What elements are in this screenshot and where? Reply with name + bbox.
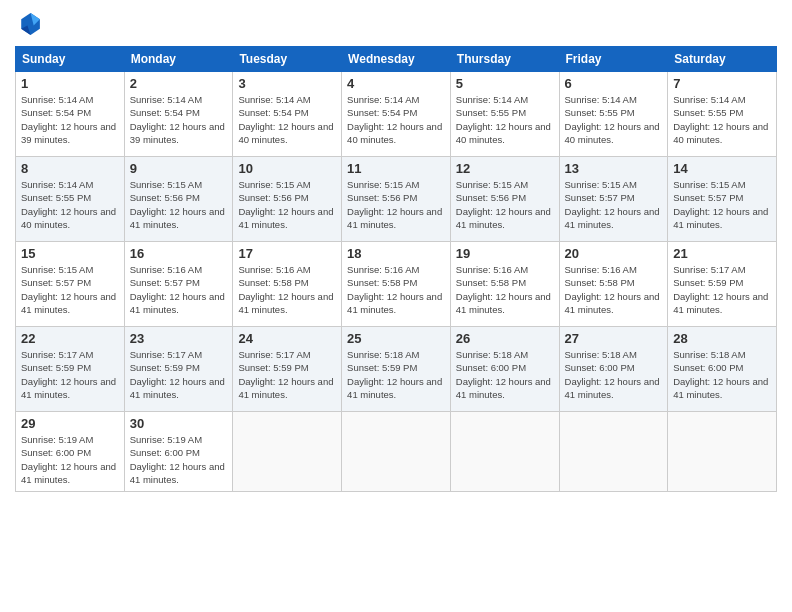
calendar-cell: 26Sunrise: 5:18 AMSunset: 6:00 PMDayligh…	[450, 327, 559, 412]
header	[15, 10, 777, 38]
day-info: Sunrise: 5:14 AMSunset: 5:55 PMDaylight:…	[456, 93, 554, 146]
weekday-header-sunday: Sunday	[16, 47, 125, 72]
day-number: 18	[347, 246, 445, 261]
day-info: Sunrise: 5:17 AMSunset: 5:59 PMDaylight:…	[238, 348, 336, 401]
weekday-header-row: SundayMondayTuesdayWednesdayThursdayFrid…	[16, 47, 777, 72]
weekday-header-saturday: Saturday	[668, 47, 777, 72]
calendar-cell: 19Sunrise: 5:16 AMSunset: 5:58 PMDayligh…	[450, 242, 559, 327]
calendar-cell: 28Sunrise: 5:18 AMSunset: 6:00 PMDayligh…	[668, 327, 777, 412]
weekday-header-tuesday: Tuesday	[233, 47, 342, 72]
day-info: Sunrise: 5:16 AMSunset: 5:58 PMDaylight:…	[456, 263, 554, 316]
day-info: Sunrise: 5:15 AMSunset: 5:56 PMDaylight:…	[456, 178, 554, 231]
week-row-2: 15Sunrise: 5:15 AMSunset: 5:57 PMDayligh…	[16, 242, 777, 327]
day-number: 1	[21, 76, 119, 91]
day-number: 8	[21, 161, 119, 176]
day-info: Sunrise: 5:18 AMSunset: 6:00 PMDaylight:…	[565, 348, 663, 401]
week-row-0: 1Sunrise: 5:14 AMSunset: 5:54 PMDaylight…	[16, 72, 777, 157]
day-number: 2	[130, 76, 228, 91]
day-info: Sunrise: 5:14 AMSunset: 5:55 PMDaylight:…	[565, 93, 663, 146]
day-number: 15	[21, 246, 119, 261]
day-info: Sunrise: 5:15 AMSunset: 5:57 PMDaylight:…	[21, 263, 119, 316]
weekday-header-thursday: Thursday	[450, 47, 559, 72]
calendar-cell: 11Sunrise: 5:15 AMSunset: 5:56 PMDayligh…	[342, 157, 451, 242]
day-info: Sunrise: 5:16 AMSunset: 5:57 PMDaylight:…	[130, 263, 228, 316]
calendar-cell	[233, 412, 342, 492]
calendar-cell: 10Sunrise: 5:15 AMSunset: 5:56 PMDayligh…	[233, 157, 342, 242]
calendar-cell	[668, 412, 777, 492]
day-number: 19	[456, 246, 554, 261]
logo	[15, 10, 47, 38]
day-number: 25	[347, 331, 445, 346]
calendar-cell: 17Sunrise: 5:16 AMSunset: 5:58 PMDayligh…	[233, 242, 342, 327]
calendar-cell: 23Sunrise: 5:17 AMSunset: 5:59 PMDayligh…	[124, 327, 233, 412]
day-info: Sunrise: 5:15 AMSunset: 5:56 PMDaylight:…	[347, 178, 445, 231]
calendar-cell	[342, 412, 451, 492]
weekday-header-friday: Friday	[559, 47, 668, 72]
calendar-cell: 21Sunrise: 5:17 AMSunset: 5:59 PMDayligh…	[668, 242, 777, 327]
logo-icon	[15, 10, 43, 38]
weekday-header-wednesday: Wednesday	[342, 47, 451, 72]
day-number: 28	[673, 331, 771, 346]
week-row-4: 29Sunrise: 5:19 AMSunset: 6:00 PMDayligh…	[16, 412, 777, 492]
day-number: 10	[238, 161, 336, 176]
day-info: Sunrise: 5:14 AMSunset: 5:54 PMDaylight:…	[238, 93, 336, 146]
day-info: Sunrise: 5:18 AMSunset: 6:00 PMDaylight:…	[456, 348, 554, 401]
calendar-cell: 5Sunrise: 5:14 AMSunset: 5:55 PMDaylight…	[450, 72, 559, 157]
day-info: Sunrise: 5:18 AMSunset: 5:59 PMDaylight:…	[347, 348, 445, 401]
day-info: Sunrise: 5:14 AMSunset: 5:54 PMDaylight:…	[347, 93, 445, 146]
day-info: Sunrise: 5:16 AMSunset: 5:58 PMDaylight:…	[565, 263, 663, 316]
day-number: 6	[565, 76, 663, 91]
calendar-cell: 30Sunrise: 5:19 AMSunset: 6:00 PMDayligh…	[124, 412, 233, 492]
svg-marker-0	[21, 13, 40, 35]
day-info: Sunrise: 5:17 AMSunset: 5:59 PMDaylight:…	[21, 348, 119, 401]
day-number: 21	[673, 246, 771, 261]
calendar-cell: 1Sunrise: 5:14 AMSunset: 5:54 PMDaylight…	[16, 72, 125, 157]
weekday-header-monday: Monday	[124, 47, 233, 72]
day-info: Sunrise: 5:16 AMSunset: 5:58 PMDaylight:…	[238, 263, 336, 316]
calendar-cell: 6Sunrise: 5:14 AMSunset: 5:55 PMDaylight…	[559, 72, 668, 157]
day-number: 14	[673, 161, 771, 176]
week-row-1: 8Sunrise: 5:14 AMSunset: 5:55 PMDaylight…	[16, 157, 777, 242]
day-info: Sunrise: 5:15 AMSunset: 5:56 PMDaylight:…	[238, 178, 336, 231]
calendar-cell: 7Sunrise: 5:14 AMSunset: 5:55 PMDaylight…	[668, 72, 777, 157]
page: SundayMondayTuesdayWednesdayThursdayFrid…	[0, 0, 792, 612]
day-info: Sunrise: 5:15 AMSunset: 5:56 PMDaylight:…	[130, 178, 228, 231]
day-info: Sunrise: 5:19 AMSunset: 6:00 PMDaylight:…	[21, 433, 119, 486]
day-info: Sunrise: 5:17 AMSunset: 5:59 PMDaylight:…	[130, 348, 228, 401]
calendar-cell: 16Sunrise: 5:16 AMSunset: 5:57 PMDayligh…	[124, 242, 233, 327]
day-info: Sunrise: 5:15 AMSunset: 5:57 PMDaylight:…	[565, 178, 663, 231]
day-number: 29	[21, 416, 119, 431]
calendar-cell: 22Sunrise: 5:17 AMSunset: 5:59 PMDayligh…	[16, 327, 125, 412]
calendar-cell: 9Sunrise: 5:15 AMSunset: 5:56 PMDaylight…	[124, 157, 233, 242]
day-info: Sunrise: 5:19 AMSunset: 6:00 PMDaylight:…	[130, 433, 228, 486]
calendar-cell: 8Sunrise: 5:14 AMSunset: 5:55 PMDaylight…	[16, 157, 125, 242]
day-info: Sunrise: 5:14 AMSunset: 5:55 PMDaylight:…	[21, 178, 119, 231]
day-number: 30	[130, 416, 228, 431]
calendar-cell: 29Sunrise: 5:19 AMSunset: 6:00 PMDayligh…	[16, 412, 125, 492]
day-number: 24	[238, 331, 336, 346]
calendar-cell: 12Sunrise: 5:15 AMSunset: 5:56 PMDayligh…	[450, 157, 559, 242]
calendar-cell	[450, 412, 559, 492]
day-number: 11	[347, 161, 445, 176]
day-info: Sunrise: 5:16 AMSunset: 5:58 PMDaylight:…	[347, 263, 445, 316]
day-info: Sunrise: 5:14 AMSunset: 5:54 PMDaylight:…	[130, 93, 228, 146]
day-info: Sunrise: 5:17 AMSunset: 5:59 PMDaylight:…	[673, 263, 771, 316]
day-number: 27	[565, 331, 663, 346]
calendar-cell: 20Sunrise: 5:16 AMSunset: 5:58 PMDayligh…	[559, 242, 668, 327]
day-number: 3	[238, 76, 336, 91]
calendar-cell: 13Sunrise: 5:15 AMSunset: 5:57 PMDayligh…	[559, 157, 668, 242]
calendar-table: SundayMondayTuesdayWednesdayThursdayFrid…	[15, 46, 777, 492]
day-number: 17	[238, 246, 336, 261]
day-info: Sunrise: 5:18 AMSunset: 6:00 PMDaylight:…	[673, 348, 771, 401]
calendar-cell: 18Sunrise: 5:16 AMSunset: 5:58 PMDayligh…	[342, 242, 451, 327]
calendar-cell: 15Sunrise: 5:15 AMSunset: 5:57 PMDayligh…	[16, 242, 125, 327]
day-number: 16	[130, 246, 228, 261]
calendar-cell: 27Sunrise: 5:18 AMSunset: 6:00 PMDayligh…	[559, 327, 668, 412]
week-row-3: 22Sunrise: 5:17 AMSunset: 5:59 PMDayligh…	[16, 327, 777, 412]
day-number: 23	[130, 331, 228, 346]
calendar-cell: 14Sunrise: 5:15 AMSunset: 5:57 PMDayligh…	[668, 157, 777, 242]
calendar-cell: 4Sunrise: 5:14 AMSunset: 5:54 PMDaylight…	[342, 72, 451, 157]
calendar-cell	[559, 412, 668, 492]
day-info: Sunrise: 5:14 AMSunset: 5:55 PMDaylight:…	[673, 93, 771, 146]
day-number: 22	[21, 331, 119, 346]
